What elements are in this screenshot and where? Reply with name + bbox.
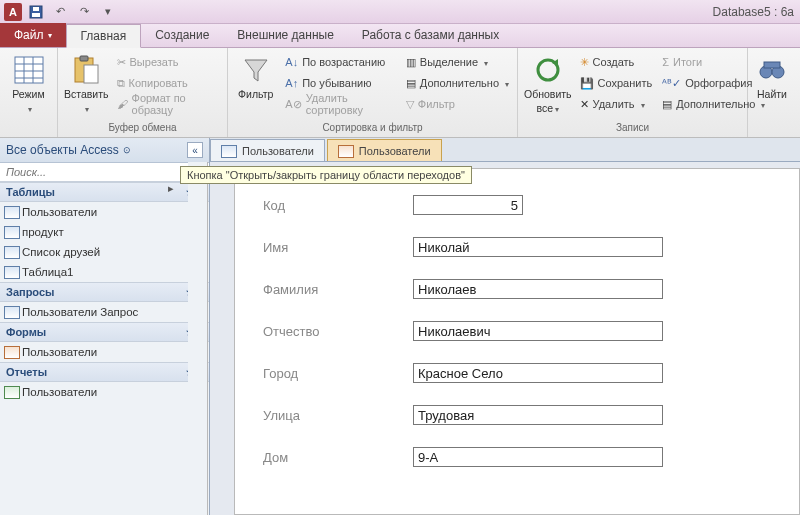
sort-asc-icon: A↓ bbox=[285, 56, 298, 68]
sort-desc-icon: A↑ bbox=[285, 77, 298, 89]
nav-item[interactable]: Пользователи bbox=[0, 202, 209, 222]
navigation-pane: Все объекты Access ⊙ « Кнопка "Открыть/з… bbox=[0, 138, 210, 515]
new-icon: ✳ bbox=[580, 56, 589, 69]
refresh-all-button[interactable]: Обновить все bbox=[524, 50, 572, 114]
field-label: Имя bbox=[263, 240, 413, 255]
tbl-icon bbox=[4, 226, 20, 238]
paste-icon bbox=[70, 54, 102, 86]
app-icon: A bbox=[4, 3, 22, 21]
nav-group-header[interactable]: Формы☆▴ bbox=[0, 322, 209, 342]
format-painter-button[interactable]: 🖌Формат по образцу bbox=[115, 94, 221, 114]
clear-sort-icon: A⊘ bbox=[285, 98, 301, 111]
group-sort-filter: Фильтр A↓По возрастанию A↑По убыванию A⊘… bbox=[228, 48, 518, 137]
nav-item[interactable]: Пользователи Запрос bbox=[0, 302, 209, 322]
group-find: Найти bbox=[748, 48, 796, 137]
toggle-filter-button[interactable]: ▽Фильтр bbox=[404, 94, 511, 114]
field-label: Фамилия bbox=[263, 282, 413, 297]
nav-group-header[interactable]: Таблицы☆▴ bbox=[0, 182, 209, 202]
nav-item[interactable]: продукт bbox=[0, 222, 209, 242]
nav-group-header[interactable]: Отчеты☆▴ bbox=[0, 362, 209, 382]
selection-icon: ▥ bbox=[406, 56, 416, 69]
form-row: Дом9-А bbox=[263, 447, 789, 467]
form-view: Код5ИмяНиколайФамилияНиколаевОтчествоНик… bbox=[234, 168, 800, 515]
group-views: Режим bbox=[0, 48, 58, 137]
svg-rect-11 bbox=[84, 65, 98, 83]
field-value[interactable]: 9-А bbox=[413, 447, 663, 467]
qat-customize-icon[interactable]: ▾ bbox=[98, 3, 118, 21]
find-button[interactable]: Найти bbox=[754, 50, 790, 100]
ribbon-tab-row: Файл▾ Главная Создание Внешние данные Ра… bbox=[0, 24, 800, 48]
copy-button[interactable]: ⧉Копировать bbox=[115, 73, 221, 93]
nav-item[interactable]: Пользователи bbox=[0, 342, 209, 362]
group-label-records: Записи bbox=[524, 121, 741, 137]
nav-header[interactable]: Все объекты Access ⊙ « bbox=[0, 138, 209, 163]
tab-create[interactable]: Создание bbox=[141, 23, 223, 47]
field-value[interactable]: Николай bbox=[413, 237, 663, 257]
svg-rect-2 bbox=[33, 7, 39, 11]
nav-header-label: Все объекты Access bbox=[6, 143, 119, 157]
field-label: Код bbox=[263, 198, 413, 213]
rpt-icon bbox=[4, 386, 20, 398]
funnel-icon bbox=[240, 54, 272, 86]
document-tabs: ПользователиПользователи bbox=[210, 138, 800, 162]
advanced-icon: ▤ bbox=[406, 77, 416, 90]
svg-rect-10 bbox=[80, 56, 88, 61]
title-bar: A ↶ ↷ ▾ Database5 : 6a bbox=[0, 0, 800, 24]
view-mode-button[interactable]: Режим bbox=[6, 50, 51, 114]
paste-button[interactable]: Вставить bbox=[64, 50, 109, 114]
nav-item[interactable]: Пользователи bbox=[0, 382, 209, 402]
nav-item[interactable]: Список друзей bbox=[0, 242, 209, 262]
tbl-icon bbox=[4, 206, 20, 218]
toggle-filter-icon: ▽ bbox=[406, 98, 414, 111]
tab-external-data[interactable]: Внешние данные bbox=[223, 23, 348, 47]
record-selector-bar[interactable]: ▸ bbox=[188, 162, 208, 515]
save-icon[interactable] bbox=[26, 3, 46, 21]
svg-rect-17 bbox=[764, 62, 780, 68]
sort-asc-button[interactable]: A↓По возрастанию bbox=[283, 52, 397, 72]
new-record-button[interactable]: ✳Создать bbox=[578, 52, 655, 72]
svg-rect-3 bbox=[15, 57, 43, 83]
document-tab[interactable]: Пользователи bbox=[210, 139, 325, 161]
clear-sort-button[interactable]: A⊘Удалить сортировку bbox=[283, 94, 397, 114]
quick-access-toolbar: ↶ ↷ ▾ bbox=[26, 3, 118, 21]
field-value[interactable]: 5 bbox=[413, 195, 523, 215]
sigma-icon: Σ bbox=[662, 56, 669, 68]
binoculars-icon bbox=[756, 54, 788, 86]
tbl-icon bbox=[4, 246, 20, 258]
tbl-icon bbox=[4, 266, 20, 278]
document-area: ПользователиПользователи ▸ Код5ИмяНикола… bbox=[210, 138, 800, 515]
field-value[interactable]: Николаевич bbox=[413, 321, 663, 341]
file-tab[interactable]: Файл▾ bbox=[0, 23, 66, 47]
collapse-navpane-button[interactable]: « bbox=[187, 142, 203, 158]
copy-icon: ⧉ bbox=[117, 77, 125, 90]
field-value[interactable]: Николаев bbox=[413, 279, 663, 299]
document-tab[interactable]: Пользователи bbox=[327, 139, 442, 161]
tab-icon bbox=[338, 145, 354, 157]
field-value[interactable]: Красное Село bbox=[413, 363, 663, 383]
advanced-filter-button[interactable]: ▤Дополнительно bbox=[404, 73, 511, 93]
filter-button[interactable]: Фильтр bbox=[234, 50, 277, 100]
redo-icon[interactable]: ↷ bbox=[74, 3, 94, 21]
form-row: ИмяНиколай bbox=[263, 237, 789, 257]
group-clipboard: Вставить ✂Вырезать ⧉Копировать 🖌Формат п… bbox=[58, 48, 228, 137]
more-icon: ▤ bbox=[662, 98, 672, 111]
nav-group-header[interactable]: Запросы☆▴ bbox=[0, 282, 209, 302]
form-row: УлицаТрудовая bbox=[263, 405, 789, 425]
tab-database-tools[interactable]: Работа с базами данных bbox=[348, 23, 513, 47]
delete-record-button[interactable]: ✕Удалить bbox=[578, 94, 655, 114]
undo-icon[interactable]: ↶ bbox=[50, 3, 70, 21]
tab-home[interactable]: Главная bbox=[66, 24, 142, 48]
sort-desc-button[interactable]: A↑По убыванию bbox=[283, 73, 397, 93]
save-record-button[interactable]: 💾Сохранить bbox=[578, 73, 655, 93]
field-value[interactable]: Трудовая bbox=[413, 405, 663, 425]
delete-icon: ✕ bbox=[580, 98, 589, 111]
save-rec-icon: 💾 bbox=[580, 77, 594, 90]
form-row: ОтчествоНиколаевич bbox=[263, 321, 789, 341]
nav-item[interactable]: Таблица1 bbox=[0, 262, 209, 282]
search-input[interactable] bbox=[0, 163, 189, 181]
cut-button[interactable]: ✂Вырезать bbox=[115, 52, 221, 72]
selection-filter-button[interactable]: ▥Выделение bbox=[404, 52, 511, 72]
datasheet-icon bbox=[13, 54, 45, 86]
ribbon: Режим Вставить ✂Вырезать ⧉Копировать 🖌Фо… bbox=[0, 48, 800, 138]
field-label: Город bbox=[263, 366, 413, 381]
